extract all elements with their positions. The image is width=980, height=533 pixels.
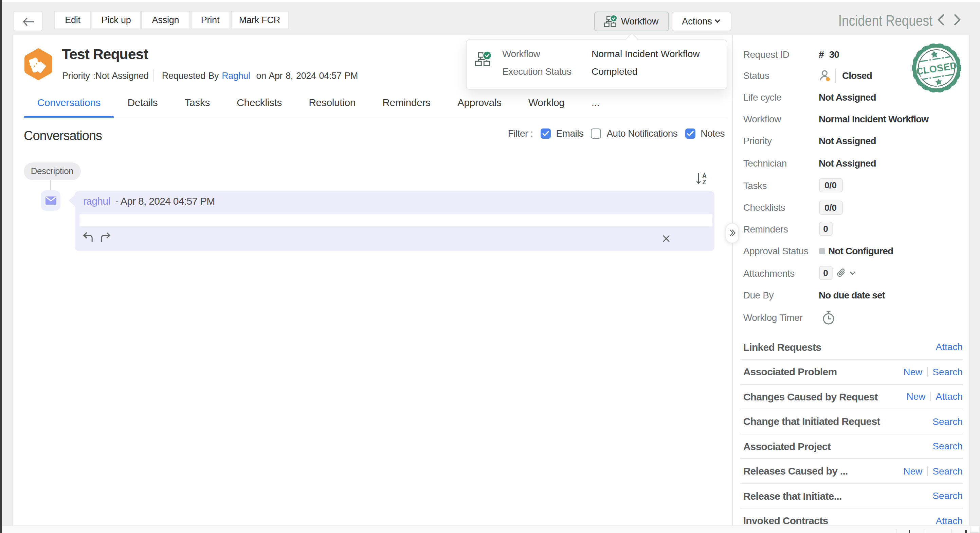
svg-text:A: A: [702, 173, 706, 179]
svg-text:Z: Z: [702, 179, 706, 185]
